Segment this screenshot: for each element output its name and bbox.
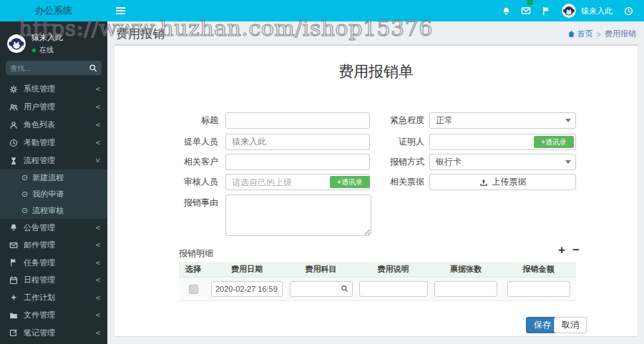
search-icon[interactable] <box>89 64 97 72</box>
sidebar-item-label: 系统管理 <box>24 84 95 94</box>
avatar[interactable] <box>7 34 26 53</box>
reason-label: 报销事由 <box>150 195 218 211</box>
sidebar-item-label: 日程管理 <box>24 275 95 285</box>
sidebar-item-label: 角色列表 <box>24 119 95 130</box>
sidebar-subitem-new-flow[interactable]: ⊙新建流程 <box>0 169 107 186</box>
caret-down-icon <box>565 119 571 122</box>
submitter-label: 提单人员 <box>150 134 218 150</box>
chevron-left-icon: < <box>95 84 100 94</box>
sidebar-item-system[interactable]: 系统管理 < <box>0 80 107 98</box>
urgency-label: 紧急程度 <box>367 112 424 129</box>
column-header: 票据张数 <box>431 264 501 275</box>
circle-dot-icon: ⊙ <box>21 173 28 182</box>
circle-dot-icon: ⊙ <box>21 190 28 199</box>
page-title: 费用报销 <box>116 26 165 42</box>
home-icon <box>567 30 575 38</box>
mail-badge <box>527 0 533 5</box>
title-input[interactable] <box>225 112 370 129</box>
chevron-left-icon: < <box>95 293 100 303</box>
chevron-left-icon: < <box>95 102 100 112</box>
hourglass-icon <box>9 157 19 165</box>
title-label: 标题 <box>150 112 218 129</box>
cancel-button[interactable]: 取消 <box>554 317 587 333</box>
online-status-icon <box>31 48 36 53</box>
calendar-icon <box>9 276 19 285</box>
receipt-count-input[interactable] <box>434 281 497 297</box>
witness-label: 证明人 <box>367 134 424 150</box>
reviewer-label: 审核人员 <box>150 174 218 190</box>
sidebar-item-notes[interactable]: 笔记管理 < <box>0 324 107 342</box>
sidebar-item-announcement[interactable]: 公告管理 < <box>0 219 107 237</box>
user-icon <box>9 121 19 129</box>
column-header: 费用科目 <box>286 264 356 275</box>
upload-icon <box>479 178 488 187</box>
workflow-submenu: ⊙新建流程 ⊙我的申请 ⊙流程审核 <box>0 169 107 219</box>
expense-desc-input[interactable] <box>359 281 428 297</box>
search-icon[interactable] <box>341 285 348 293</box>
sidebar-subitem-flow-audit[interactable]: ⊙流程审核 <box>0 202 107 219</box>
chevron-left-icon: < <box>95 328 100 338</box>
reason-textarea[interactable] <box>225 195 371 236</box>
details-table-header: 选择 费用日期 费用科目 费用说明 票据张数 报销金额 <box>179 262 576 277</box>
add-row-icon[interactable]: + <box>557 243 567 257</box>
flag-icon[interactable] <box>536 0 556 21</box>
expense-date-input[interactable] <box>211 281 283 297</box>
clock-icon[interactable] <box>618 0 638 21</box>
upload-label: 上传票据 <box>492 176 527 188</box>
topbar-user-name: 猿来入此 <box>581 6 613 16</box>
app-title[interactable]: 办公系统 <box>0 0 107 21</box>
plane-icon <box>9 293 19 302</box>
circle-dot-icon: ⊙ <box>21 206 28 215</box>
method-label: 报销方式 <box>367 154 424 170</box>
sidebar-menu: 系统管理 < 用户管理 < 角色列表 < 考勤管理 < 流程管理 < ⊙新建流程… <box>0 80 107 342</box>
sidebar: 办公系统 猿来入此 在线 系统管理 < 用户管理 < 角色列表 < <box>0 0 107 344</box>
row-checkbox[interactable] <box>189 285 198 294</box>
gear-icon <box>9 85 19 94</box>
sidebar-subitem-label: 新建流程 <box>32 172 64 183</box>
sidebar-item-files[interactable]: 文件管理 < <box>0 307 107 325</box>
remove-row-icon[interactable]: − <box>571 243 581 257</box>
urgency-select[interactable]: 正常 <box>429 112 576 129</box>
sidebar-item-users[interactable]: 用户管理 < <box>0 98 107 116</box>
upload-receipts-button[interactable]: 上传票据 <box>429 174 576 190</box>
breadcrumb-home-link[interactable]: 首页 <box>577 29 593 39</box>
sidebar-item-mail[interactable]: 邮件管理 < <box>0 237 107 255</box>
chevron-left-icon: < <box>95 138 100 147</box>
witness-contacts-button[interactable]: +通讯录 <box>534 136 574 148</box>
sidebar-item-workflow[interactable]: 流程管理 < <box>0 152 107 169</box>
chevron-left-icon: < <box>95 223 100 232</box>
topbar-user-menu[interactable]: 猿来入此 <box>556 4 618 18</box>
folder-icon <box>9 311 19 320</box>
amount-input[interactable] <box>507 281 570 297</box>
online-status-label: 在线 <box>39 45 54 55</box>
sidebar-subitem-my-apply[interactable]: ⊙我的申请 <box>0 186 107 202</box>
search-input[interactable] <box>10 64 89 72</box>
sidebar-item-tasks[interactable]: 任务管理 < <box>0 254 107 272</box>
submitter-input[interactable] <box>225 134 370 150</box>
urgency-value: 正常 <box>436 115 453 125</box>
envelope-icon[interactable] <box>516 0 536 21</box>
bell-icon <box>9 223 19 232</box>
sidebar-item-roles[interactable]: 角色列表 < <box>0 116 107 134</box>
receipts-label: 相关票据 <box>367 174 424 190</box>
clock-icon <box>9 139 19 147</box>
users-icon <box>9 103 19 112</box>
chevron-left-icon: < <box>95 258 100 267</box>
sidebar-item-label: 公告管理 <box>24 222 95 233</box>
details-label: 报销明细 <box>179 247 213 260</box>
breadcrumb: 首页 > 费用报销 <box>567 29 636 39</box>
sidebar-item-attendance[interactable]: 考勤管理 < <box>0 134 107 152</box>
bell-icon[interactable] <box>496 0 516 21</box>
sidebar-item-schedule[interactable]: 日程管理 < <box>0 272 107 290</box>
customer-label: 相关客户 <box>150 154 218 170</box>
content-header: 费用报销 首页 > 费用报销 <box>114 24 638 43</box>
method-select[interactable]: 银行卡 <box>429 154 576 170</box>
reviewer-contacts-button[interactable]: +通讯录 <box>330 176 370 188</box>
sidebar-item-work-plan[interactable]: 工作计划 < <box>0 289 107 307</box>
customer-input[interactable] <box>225 154 370 170</box>
sidebar-item-label: 用户管理 <box>24 102 95 112</box>
column-header: 费用说明 <box>356 264 431 275</box>
edit-icon <box>9 328 19 337</box>
hamburger-icon[interactable] <box>107 0 133 21</box>
form-title: 费用报销单 <box>114 62 638 82</box>
